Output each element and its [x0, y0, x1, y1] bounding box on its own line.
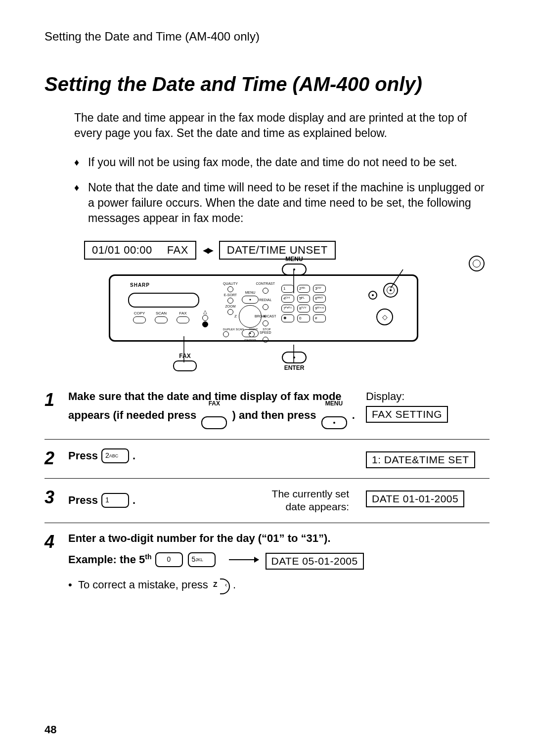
- quality-button-icon: [227, 286, 233, 292]
- key-4: 4ᴳᴴᴵ: [281, 295, 294, 303]
- mode-buttons: COPY SCAN FAX: [133, 311, 189, 323]
- step-2-period: .: [133, 449, 135, 462]
- lcd-left-box: 01/01 00:00 FAX: [84, 241, 196, 260]
- step-1-text-b: ) and then press: [232, 409, 319, 422]
- keycap-5: 5JKL: [188, 552, 216, 567]
- steps-list: 1 Make sure that the date and time displ…: [44, 381, 490, 602]
- mode-copy-label: COPY: [134, 311, 145, 315]
- callout-enter-label: ENTER: [282, 364, 307, 371]
- zoom-button-icon: [227, 309, 233, 315]
- menu-button-icon: [282, 264, 307, 275]
- stop-button-icon: [469, 256, 485, 271]
- step-4-display-box: DATE 05-01-2005: [266, 553, 364, 570]
- arrow-right-icon: [229, 559, 259, 560]
- mode-fax-label: FAX: [179, 311, 186, 315]
- control-panel-diagram: MENU SHARP COPY SCAN FAX △ QUALITY: [109, 274, 490, 342]
- copy-button-icon: [133, 316, 146, 323]
- callout-menu-label: MENU: [282, 256, 307, 263]
- right-controls: CONTRAST REDIAL BROADCAST SPEED: [255, 282, 276, 343]
- step-4-correct: To correct a mistake, press Z ‹ .: [68, 578, 490, 592]
- duplex-label: DUPLEX SCAN: [223, 328, 244, 331]
- menu-small-label: MENU: [245, 291, 256, 294]
- step-3-side: DATE 01-01-2005: [356, 488, 490, 507]
- panel-start-icon: [376, 309, 393, 325]
- numeric-keypad: 1 2ᴬᴮᶜ 3ᴰᴱᶠ 4ᴳᴴᴵ 5ᴶᴷᴸ 6ᴹᴺᴼ 7ᴾᵠᴿˢ 8ᵀᵁⱽ 9ᵂ…: [281, 285, 326, 322]
- step-1-number: 1: [44, 390, 68, 409]
- scan-button-icon: [155, 316, 168, 323]
- enter-button-large-icon: [282, 352, 307, 363]
- menu-key-icon: [321, 416, 347, 429]
- center-controls: QUALITY E-SORT ZOOM: [223, 282, 238, 319]
- key-6: 6ᴹᴺᴼ: [313, 295, 326, 303]
- lcd-left-mode: FAX: [167, 244, 188, 257]
- lcd-arrows-icon: ◂▸: [203, 244, 212, 257]
- key-2: 2ᴬᴮᶜ: [297, 285, 310, 293]
- step-1: 1 Make sure that the date and time displ…: [44, 381, 490, 440]
- key-8: 8ᵀᵁⱽ: [297, 305, 310, 312]
- keycap-2: 2ABC: [101, 448, 129, 463]
- step-4-correct-period: .: [233, 578, 236, 591]
- step-1-display-label: Display:: [366, 390, 404, 402]
- callout-fax: FAX: [173, 353, 197, 371]
- step-4-number: 4: [44, 532, 68, 551]
- key-1: 1: [281, 285, 294, 293]
- step-1-body: Make sure that the date and time display…: [68, 390, 356, 429]
- callout-fax-label: FAX: [173, 353, 197, 359]
- intro-paragraph: The date and time appear in the fax mode…: [74, 110, 490, 141]
- step-3-body: Press 1 . The currently setdate appears:: [68, 488, 356, 512]
- step-3-press: Press: [68, 494, 98, 506]
- key-star: ✱: [281, 314, 294, 322]
- step-1-side: Display: FAX SETTING: [356, 390, 490, 423]
- step-4-example-sup: th: [145, 553, 151, 561]
- step-4-correct-text: To correct a mistake, press: [78, 578, 211, 591]
- fax-button-icon: [177, 316, 189, 323]
- step-3-mid-text: The currently setdate appears:: [245, 488, 356, 512]
- esort-button-icon: [227, 298, 233, 304]
- step-4-example-label: Example: the 5: [68, 554, 145, 566]
- brand-label: SHARP: [130, 283, 150, 288]
- key-7: 7ᴾᵠᴿˢ: [281, 305, 294, 312]
- bullet-1: If you will not be using fax mode, the d…: [74, 155, 490, 170]
- step-1-display-box: FAX SETTING: [366, 406, 448, 423]
- key-3: 3ᴰᴱᶠ: [313, 285, 326, 293]
- step-2-press: Press: [68, 449, 98, 462]
- step-2-display-box: 1: DATE&TIME SET: [366, 451, 475, 468]
- callout-menu: MENU: [282, 256, 307, 275]
- panel-lcd: [128, 293, 199, 308]
- step-2-body: Press 2ABC .: [68, 448, 356, 463]
- running-header: Setting the Date and Time (AM-400 only): [44, 30, 490, 44]
- step-1-fax-label: FAX: [209, 400, 220, 407]
- step-2: 2 Press 2ABC . 1: DATE&TIME SET: [44, 440, 490, 479]
- key-9: 9ᵂˣʸᶻ: [313, 305, 326, 312]
- redial-label: REDIAL: [259, 298, 271, 302]
- zoom-label: ZOOM: [225, 305, 235, 308]
- lcd-right-box: DATE/TIME UNSET: [219, 241, 336, 260]
- quality-label: QUALITY: [223, 282, 238, 285]
- step-4-body: Enter a two-digit number for the day (“0…: [68, 532, 490, 592]
- control-panel: SHARP COPY SCAN FAX △ QUALITY E-SORT ZOO…: [109, 274, 418, 342]
- callout-stop: [469, 256, 485, 271]
- broadcast-label: BROADCAST: [255, 314, 276, 318]
- step-2-number: 2: [44, 448, 68, 467]
- esort-label: E-SORT: [224, 293, 237, 297]
- key-5: 5ᴶᴷᴸ: [297, 295, 310, 303]
- step-3-number: 3: [44, 488, 68, 506]
- step-4-line1: Enter a two-digit number for the day (“0…: [68, 532, 331, 544]
- lcd-right-text: DATE/TIME UNSET: [227, 244, 328, 257]
- lcd-left-date: 01/01 00:00: [92, 244, 152, 257]
- fax-button-large-icon: [173, 360, 197, 371]
- step-4: 4 Enter a two-digit number for the day (…: [44, 523, 490, 602]
- page-title: Setting the Date and Time (AM-400 only): [44, 73, 490, 95]
- step-2-side: 1: DATE&TIME SET: [356, 448, 490, 468]
- step-3-period: .: [133, 494, 135, 506]
- page-number: 48: [44, 723, 56, 736]
- speed-label: SPEED: [260, 331, 271, 334]
- z-back-key-icon: Z ‹: [213, 578, 230, 592]
- step-1-menu-label: MENU: [325, 400, 343, 407]
- step-3-display-box: DATE 01-01-2005: [366, 490, 464, 507]
- mode-scan-label: SCAN: [156, 311, 167, 315]
- contrast-label: CONTRAST: [256, 282, 275, 285]
- bullet-2: Note that the date and time will need to…: [74, 180, 490, 226]
- panel-stop-icon: [383, 283, 398, 298]
- step-1-period: .: [352, 409, 355, 422]
